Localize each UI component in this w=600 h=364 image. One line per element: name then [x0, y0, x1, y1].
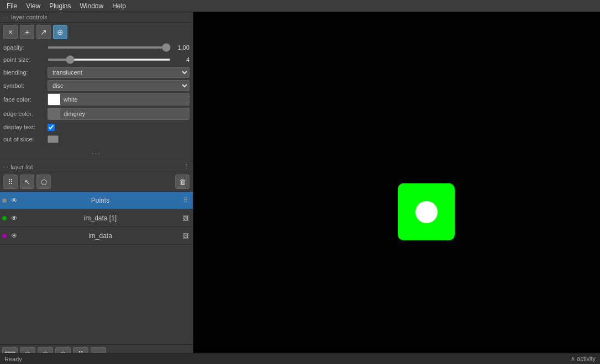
display-text-checkbox[interactable] [48, 124, 55, 131]
display-text-row: display text: [0, 121, 193, 133]
menu-help[interactable]: Help [108, 1, 130, 11]
edge-color-swatch-container[interactable]: dimgrey [48, 108, 190, 120]
canvas-black [193, 12, 600, 364]
layer-dot-points [2, 198, 7, 203]
menu-view[interactable]: View [22, 1, 45, 11]
face-color-swatch-container[interactable]: white [48, 93, 190, 105]
delete-layer-button[interactable]: 🗑 [175, 175, 190, 189]
edge-color-swatch [48, 108, 60, 120]
add-button[interactable]: + [20, 25, 34, 39]
point-size-slider[interactable] [48, 59, 171, 61]
move-button[interactable]: ⊕ [53, 25, 67, 39]
layer-list-menu-icon[interactable]: ⋮ [183, 163, 190, 170]
layer-eye-imdata[interactable]: 👁 [9, 230, 20, 241]
opacity-row: opacity: 1,00 [0, 41, 193, 54]
white-dot [415, 201, 438, 223]
opacity-label: opacity: [3, 44, 48, 51]
blending-row: blending: translucent [0, 66, 193, 79]
arrow-button[interactable]: ↗ [36, 25, 51, 39]
close-button[interactable]: × [3, 25, 18, 39]
menu-window[interactable]: Window [76, 1, 108, 11]
symbol-row: symbol: disc [0, 79, 193, 92]
layer-icon-points: ⠿ [181, 196, 191, 205]
layers-container: 👁 Points ⠿ 👁 im_data [1] 🖼 👁 im_data 🖼 [0, 192, 193, 344]
menubar: File View Plugins Window Help [0, 0, 600, 12]
layer-eye-imdata1[interactable]: 👁 [9, 213, 20, 224]
layer-controls-header: · · layer controls [0, 12, 193, 23]
symbol-select[interactable]: disc [48, 80, 190, 91]
face-color-name: white [60, 96, 81, 103]
activity-label[interactable]: ∧ activity [571, 355, 596, 362]
arrow-tool-button[interactable]: ↖ [20, 175, 34, 189]
layer-list-header-left: · · layer list [3, 163, 33, 170]
out-of-slice-label: out of slice: [3, 136, 48, 143]
opacity-slider[interactable] [48, 46, 171, 49]
menu-file[interactable]: File [2, 1, 22, 11]
layer-row-points[interactable]: 👁 Points ⠿ [0, 192, 193, 209]
edge-color-label: edge color: [3, 110, 48, 117]
layer-list-panel: · · layer list ⋮ ⠿ ↖ ⬠ 🗑 👁 Points ⠿ [0, 161, 193, 344]
layer-dot-imdata [2, 234, 7, 238]
controls-dots: ... [0, 145, 193, 157]
point-size-label: point size: [3, 56, 48, 63]
layer-name-imdata1: im_data [1] [22, 214, 178, 222]
face-color-row: face color: white [0, 92, 193, 107]
statusbar: Ready ∧ activity [0, 353, 600, 364]
status-ready: Ready [4, 356, 22, 362]
layer-controls-panel: · · layer controls × + ↗ ⊕ opacity: 1,00 [0, 12, 193, 161]
left-panel: · · layer controls × + ↗ ⊕ opacity: 1,00 [0, 12, 193, 364]
edge-color-row: edge color: dimgrey [0, 107, 193, 121]
symbol-label: symbol: [3, 82, 48, 89]
layer-row-imdata[interactable]: 👁 im_data 🖼 [0, 227, 193, 245]
point-size-row: point size: 4 [0, 54, 193, 66]
layer-icon-imdata: 🖼 [181, 231, 191, 241]
layer-list-title: layer list [10, 163, 33, 170]
layer-eye-points[interactable]: 👁 [9, 195, 20, 206]
edge-color-name: dimgrey [60, 110, 88, 117]
menu-plugins[interactable]: Plugins [45, 1, 75, 11]
face-color-label: face color: [3, 96, 48, 103]
opacity-value: 1,00 [173, 44, 190, 51]
controls-toolbar: × + ↗ ⊕ [0, 23, 193, 41]
opacity-slider-container: 1,00 [48, 44, 190, 51]
layer-list-toolbar: ⠿ ↖ ⬠ 🗑 [0, 172, 193, 192]
face-color-swatch [48, 93, 60, 105]
blending-select[interactable]: translucent [48, 67, 190, 78]
layer-controls-title: layer controls [11, 14, 47, 20]
layer-list-dots: · · [3, 163, 8, 170]
layer-row-imdata1[interactable]: 👁 im_data [1] 🖼 [0, 209, 193, 227]
out-of-slice-row: out of slice: [0, 133, 193, 145]
display-text-label: display text: [3, 124, 48, 130]
out-of-slice-swatch [48, 135, 59, 143]
header-dots: · · [3, 14, 8, 20]
poly-tool-button[interactable]: ⬠ [36, 175, 51, 189]
point-size-value: 4 [173, 56, 190, 63]
point-size-slider-container: 4 [48, 56, 190, 63]
points-tool-button[interactable]: ⠿ [3, 175, 18, 189]
layer-list-header: · · layer list ⋮ [0, 161, 193, 172]
layer-name-imdata: im_data [22, 232, 178, 240]
layer-icon-imdata1: 🖼 [181, 213, 191, 223]
layer-name-points: Points [22, 197, 178, 204]
main-layout: · · layer controls × + ↗ ⊕ opacity: 1,00 [0, 12, 600, 364]
blending-label: blending: [3, 69, 48, 76]
layer-dot-imdata1 [2, 216, 7, 220]
green-box [398, 183, 455, 240]
canvas-area [193, 12, 600, 364]
